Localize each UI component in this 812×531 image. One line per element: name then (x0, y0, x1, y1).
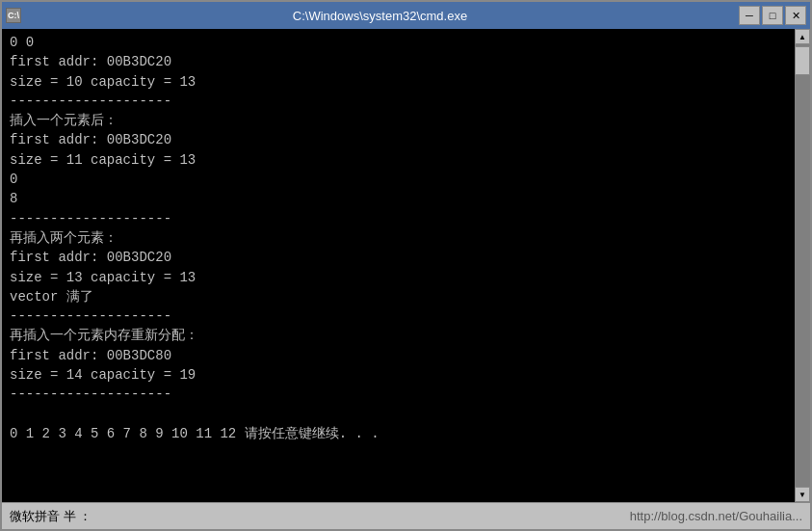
cmd-icon: C:\ (6, 8, 21, 23)
scroll-down-button[interactable]: ▼ (795, 487, 810, 502)
scrollbar[interactable]: ▲ ▼ (795, 29, 810, 502)
title-bar-left: C:\ (6, 8, 21, 23)
status-ime: 微软拼音 半 ： (10, 508, 92, 525)
minimize-button[interactable]: ─ (739, 6, 760, 25)
scrollbar-track[interactable] (795, 44, 810, 487)
scroll-up-button[interactable]: ▲ (795, 29, 810, 44)
status-bar: 微软拼音 半 ： http://blog.csdn.net/Gouhailia.… (2, 502, 810, 529)
title-bar: C:\ C:\Windows\system32\cmd.exe ─ □ ✕ (2, 2, 810, 29)
title-bar-buttons: ─ □ ✕ (739, 6, 806, 25)
window-title: C:\Windows\system32\cmd.exe (21, 9, 739, 23)
restore-button[interactable]: □ (762, 6, 783, 25)
console-output: 0 0 first addr: 00B3DC20 size = 10 capac… (10, 33, 802, 443)
scrollbar-thumb[interactable] (795, 46, 810, 75)
window: C:\ C:\Windows\system32\cmd.exe ─ □ ✕ 0 … (0, 0, 812, 531)
console-area: 0 0 first addr: 00B3DC20 size = 10 capac… (2, 29, 810, 502)
status-url: http://blog.csdn.net/Gouhailia... (630, 509, 802, 523)
close-button[interactable]: ✕ (785, 6, 806, 25)
